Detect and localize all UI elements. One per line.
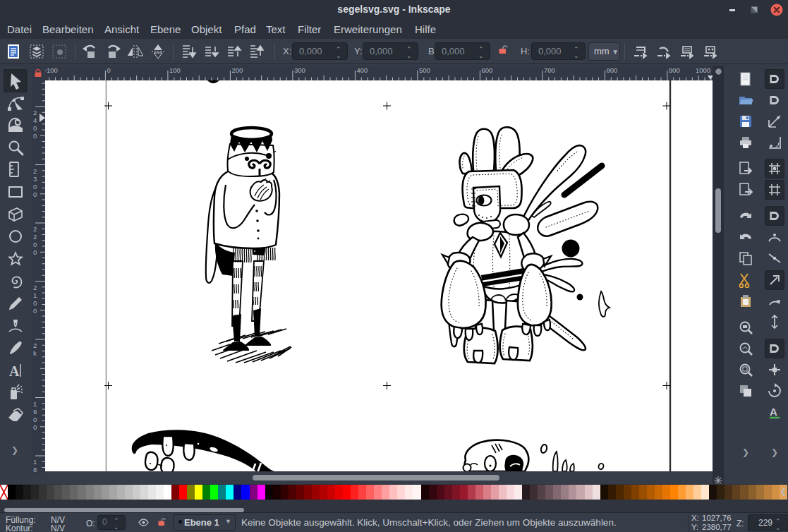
svg-text:300: 300 [294,66,305,74]
svg-text:0: 0 [33,191,37,198]
svg-text:9: 9 [33,408,37,416]
svg-text:1: 1 [33,291,37,299]
svg-text:-100: -100 [44,66,58,74]
svg-text:0: 0 [33,241,37,248]
svg-text:500: 500 [419,66,430,74]
svg-text:2: 2 [33,225,37,233]
svg-text:100: 100 [169,66,181,74]
svg-text:0: 0 [33,124,37,132]
svg-text:2: 2 [33,167,37,175]
svg-text:200: 200 [231,66,243,74]
svg-text:0: 0 [33,183,37,191]
svg-text:4: 4 [33,116,37,124]
svg-text:0: 0 [33,307,37,315]
svg-text:A: A [9,363,20,379]
svg-text:0: 0 [33,248,37,256]
svg-text:0: 0 [107,66,110,74]
svg-text:0: 0 [33,299,37,307]
svg-text:1000: 1000 [696,66,710,74]
svg-text:800: 800 [606,66,617,74]
svg-text:A: A [770,406,777,418]
svg-text:3: 3 [33,175,37,183]
svg-text:0: 0 [33,416,37,423]
svg-text:900: 900 [669,66,680,74]
svg-text:2: 2 [33,284,37,291]
svg-text:1: 1 [33,400,37,408]
svg-text:700: 700 [544,66,555,74]
svg-text:k: k [33,349,37,357]
svg-text:8: 8 [33,466,37,473]
svg-text:0: 0 [33,423,37,431]
svg-text:2: 2 [33,233,37,241]
svg-text:400: 400 [356,66,368,74]
svg-text:1: 1 [33,458,37,466]
svg-text:2: 2 [33,341,37,349]
svg-text:600: 600 [481,66,492,74]
svg-text:0: 0 [33,132,37,140]
svg-text:2: 2 [33,109,37,116]
